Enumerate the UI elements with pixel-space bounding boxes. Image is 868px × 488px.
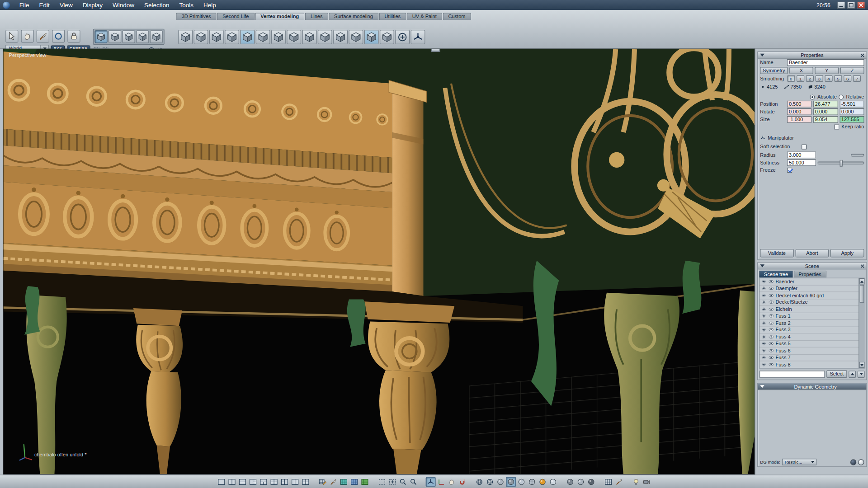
matcap-sphere-icon[interactable]: [576, 477, 585, 487]
mirror-tool-button[interactable]: [349, 30, 363, 44]
render-camera-icon[interactable]: [642, 477, 651, 487]
smooth-tool-button[interactable]: [240, 30, 255, 44]
scene-up-button[interactable]: [849, 371, 856, 378]
smoothing-level-button[interactable]: 4: [825, 75, 832, 82]
smoothing-level-button[interactable]: 6: [844, 75, 851, 82]
close-panel-icon[interactable]: [860, 263, 865, 268]
relative-radio[interactable]: [839, 94, 844, 99]
menu-help[interactable]: Help: [198, 0, 221, 10]
scroll-up-button[interactable]: [859, 278, 864, 284]
thickness-tool-button[interactable]: [380, 30, 394, 44]
menu-view[interactable]: View: [55, 0, 78, 10]
scene-tree-item[interactable]: Fuss 3: [760, 327, 859, 333]
cut-tool-button[interactable]: [302, 30, 317, 44]
keep-ratio-checkbox[interactable]: [834, 124, 839, 129]
scene-tree-item[interactable]: Fuss 2: [760, 320, 859, 327]
render-toggle-icon[interactable]: [761, 300, 767, 305]
ghost-shading-icon[interactable]: [548, 477, 558, 487]
dg-mode-dropdown[interactable]: Restric...: [783, 459, 817, 465]
lock-selection-button[interactable]: [67, 30, 80, 42]
position-x-input[interactable]: [787, 101, 811, 108]
material-shading-icon[interactable]: [538, 477, 547, 487]
render-toggle-icon[interactable]: [761, 313, 767, 319]
collapse-triangle-icon[interactable]: [760, 385, 764, 388]
size-y-input[interactable]: [813, 116, 838, 123]
specular-sphere-icon[interactable]: [565, 477, 575, 487]
tab-second-life[interactable]: Second Life: [217, 13, 255, 20]
select-arrow-button[interactable]: [5, 30, 18, 42]
group-mode-button[interactable]: [150, 30, 163, 43]
dg-mode-indicator-dark[interactable]: [850, 459, 856, 465]
validate-button[interactable]: Validate: [760, 249, 793, 257]
symmetry-y-button[interactable]: Y: [815, 67, 839, 74]
visibility-eye-icon[interactable]: [769, 306, 774, 312]
brush-select-button[interactable]: [37, 30, 49, 42]
softness-input[interactable]: [787, 160, 816, 166]
layout-three-top-icon[interactable]: [259, 477, 269, 487]
uv-grid-blue-icon[interactable]: [349, 477, 359, 487]
uv-grid-green-icon[interactable]: [360, 477, 370, 487]
menu-file[interactable]: File: [14, 0, 34, 10]
layout-two-horizontal-icon[interactable]: [237, 477, 247, 487]
slider-thumb[interactable]: [840, 160, 843, 166]
collapse-triangle-icon[interactable]: [760, 54, 764, 56]
layout-quad-icon[interactable]: [301, 477, 311, 487]
tab-scene-tree[interactable]: Scene tree: [759, 271, 793, 278]
scene-panel-header[interactable]: Scene: [758, 263, 866, 270]
object-mode-button[interactable]: [136, 30, 149, 43]
environment-sphere-icon[interactable]: [586, 477, 596, 487]
weld-tool-button[interactable]: [287, 30, 301, 44]
bevel-tool-button[interactable]: [209, 30, 224, 44]
smooth-shading-icon[interactable]: [506, 477, 516, 487]
dissolve-tool-button[interactable]: [333, 30, 348, 44]
dg-mode-indicator-light[interactable]: [858, 459, 864, 465]
tab-3d-primitives[interactable]: 3D Primitives: [176, 13, 216, 20]
render-toggle-icon[interactable]: [761, 348, 767, 353]
close-button[interactable]: [857, 1, 865, 9]
tab-scene-properties[interactable]: Properties: [793, 271, 826, 278]
tab-custom[interactable]: Custom: [443, 13, 471, 20]
scene-tree-item[interactable]: Fuss 8: [760, 361, 859, 368]
visibility-eye-icon[interactable]: [769, 286, 774, 291]
uv-editor-icon[interactable]: [318, 477, 328, 487]
scene-tree-item[interactable]: Daempfer: [760, 285, 859, 292]
apply-button[interactable]: Apply: [830, 249, 864, 257]
visibility-eye-icon[interactable]: [769, 355, 774, 360]
visibility-eye-icon[interactable]: [769, 334, 774, 339]
sweep-tool-button[interactable]: [256, 30, 270, 44]
rotate-y-input[interactable]: [813, 108, 838, 115]
scene-tree-item[interactable]: Baender: [760, 278, 859, 285]
scene-tree-item[interactable]: Fuss 7: [760, 354, 859, 361]
tab-surface-modeling[interactable]: Surface modeling: [329, 13, 378, 20]
layout-three-left-icon[interactable]: [248, 477, 258, 487]
visibility-eye-icon[interactable]: [769, 300, 774, 305]
scene-tree-item[interactable]: Fuss 1: [760, 313, 859, 319]
menu-selection[interactable]: Selection: [139, 0, 174, 10]
textured-shading-icon[interactable]: [527, 477, 537, 487]
rotate-x-input[interactable]: [787, 108, 811, 115]
render-toggle-icon[interactable]: [761, 279, 767, 284]
hidden-line-shading-icon[interactable]: [485, 477, 495, 487]
zoom-region-icon[interactable]: [409, 477, 419, 487]
tweak-tool-button[interactable]: [271, 30, 286, 44]
radius-slider[interactable]: [851, 154, 864, 156]
menu-edit[interactable]: Edit: [34, 0, 55, 10]
menu-window[interactable]: Window: [108, 0, 139, 10]
abort-button[interactable]: Abort: [795, 249, 829, 257]
smoothing-level-button[interactable]: 5: [834, 75, 842, 82]
scene-tree-item[interactable]: Fuss 4: [760, 333, 859, 340]
scene-tree-item[interactable]: Eicheln: [760, 306, 859, 313]
symmetry-button[interactable]: Symmetry: [760, 67, 788, 74]
maximize-button[interactable]: [847, 1, 855, 9]
vertex-mode-button[interactable]: [94, 30, 107, 43]
layout-three-right-icon[interactable]: [279, 477, 289, 487]
scene-tree-item[interactable]: Fuss 6: [760, 347, 859, 354]
render-toggle-icon[interactable]: [761, 320, 767, 326]
tab-uv-paint[interactable]: UV & Paint: [407, 13, 442, 20]
scene-down-button[interactable]: [858, 371, 865, 378]
zoom-icon[interactable]: [398, 477, 408, 487]
position-z-input[interactable]: [840, 101, 864, 108]
visibility-eye-icon[interactable]: [769, 313, 774, 319]
render-toggle-icon[interactable]: [761, 327, 767, 333]
properties-panel-header[interactable]: Properties: [758, 52, 866, 59]
